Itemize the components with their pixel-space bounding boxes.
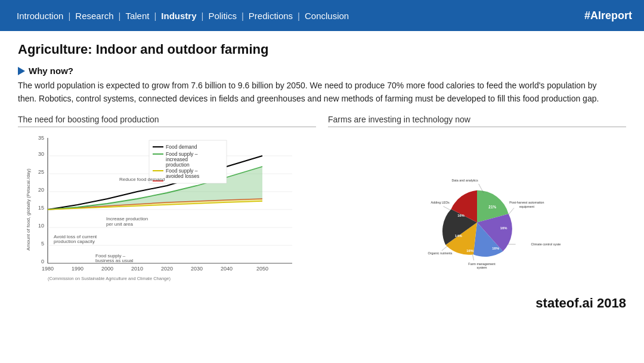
svg-text:Data and analytics: Data and analytics <box>451 179 478 182</box>
svg-line-62 <box>442 245 449 251</box>
svg-text:2010: 2010 <box>131 266 143 272</box>
svg-line-64 <box>443 207 450 210</box>
svg-text:Farm management: Farm management <box>468 262 496 266</box>
svg-text:5: 5 <box>41 241 44 247</box>
svg-text:2000: 2000 <box>101 266 113 272</box>
svg-text:16%: 16% <box>457 214 465 217</box>
svg-text:system: system <box>477 266 488 269</box>
svg-text:2030: 2030 <box>191 266 203 272</box>
svg-text:production capacity: production capacity <box>54 239 95 244</box>
svg-text:(Commission on Sustainable Agr: (Commission on Sustainable Agriculture a… <box>48 276 171 281</box>
line-chart-svg: 0 5 10 15 20 25 30 35 Amount of food, gl… <box>18 132 304 284</box>
why-now-header: Why now? <box>18 66 626 76</box>
why-now-section: Why now? The world population is expecte… <box>18 66 626 105</box>
why-now-label: Why now? <box>29 66 73 76</box>
pie-chart-title: Farms are investing in technology now <box>328 115 626 127</box>
main-content: Agriculture: Indoor and outdoor farming … <box>0 31 644 293</box>
triangle-icon <box>18 67 25 75</box>
svg-text:Reduce food demand: Reduce food demand <box>119 177 165 182</box>
svg-text:Organic nutrients: Organic nutrients <box>428 252 453 256</box>
nav-item-politics[interactable]: Politics <box>203 11 242 21</box>
svg-text:1980: 1980 <box>42 266 54 272</box>
svg-text:equipment: equipment <box>519 205 535 208</box>
svg-text:25: 25 <box>38 169 44 175</box>
svg-text:production: production <box>166 162 190 168</box>
svg-text:10: 10 <box>38 223 44 229</box>
svg-text:35: 35 <box>38 135 44 141</box>
svg-text:1990: 1990 <box>72 266 83 272</box>
svg-text:Climate control system: Climate control system <box>531 243 561 247</box>
svg-text:avoided losses: avoided losses <box>166 173 199 179</box>
svg-text:Amount of food, globally (Peta: Amount of food, globally (Petacal./day) <box>26 168 31 251</box>
svg-text:2020: 2020 <box>161 266 173 272</box>
svg-text:business as usual: business as usual <box>95 258 134 263</box>
line-chart-container: The need for boosting food production 0 … <box>18 115 316 287</box>
page-title: Agriculture: Indoor and outdoor farming <box>18 42 626 57</box>
svg-text:Increase production: Increase production <box>106 216 148 222</box>
pie-chart-container: Farms are investing in technology now <box>328 115 626 287</box>
svg-text:18%: 18% <box>492 247 500 251</box>
pie-chart-area: 21% 16% 18% 16% 14% 16% Data and analyti… <box>328 132 626 287</box>
nav-item-industry[interactable]: Industry <box>156 11 201 21</box>
svg-text:2040: 2040 <box>221 266 233 272</box>
hashtag: #AIreport <box>584 10 632 22</box>
footer-brand: stateof.ai 2018 <box>535 296 626 311</box>
nav-bar: Introduction | Research | Talent | Indus… <box>0 0 644 31</box>
line-chart-area: 0 5 10 15 20 25 30 35 Amount of food, gl… <box>18 132 316 287</box>
svg-text:2050: 2050 <box>256 266 268 272</box>
nav-item-research[interactable]: Research <box>70 11 118 21</box>
pie-chart-svg: 21% 16% 18% 16% 14% 16% Data and analyti… <box>394 132 561 287</box>
svg-text:Adding LEDs: Adding LEDs <box>431 201 450 205</box>
svg-text:16%: 16% <box>466 249 474 253</box>
svg-text:Food demand: Food demand <box>166 144 197 150</box>
svg-text:20: 20 <box>38 187 44 193</box>
svg-line-59 <box>472 255 473 261</box>
line-chart-title: The need for boosting food production <box>18 115 316 127</box>
footer: stateof.ai 2018 <box>0 293 644 311</box>
nav-item-predictions[interactable]: Predictions <box>244 11 298 21</box>
svg-text:per unit area: per unit area <box>106 222 133 227</box>
svg-line-54 <box>508 208 514 216</box>
svg-text:30: 30 <box>38 151 44 157</box>
svg-text:14%: 14% <box>455 234 463 238</box>
nav-item-talent[interactable]: Talent <box>120 11 154 21</box>
nav-item-introduction[interactable]: Introduction <box>12 11 68 21</box>
why-now-text: The world population is expected to grow… <box>18 79 602 105</box>
svg-text:15: 15 <box>38 205 44 211</box>
svg-text:21%: 21% <box>488 205 496 209</box>
svg-text:Post-harvest automation: Post-harvest automation <box>509 201 544 205</box>
nav-links: Introduction | Research | Talent | Indus… <box>12 11 354 21</box>
nav-item-conclusion[interactable]: Conclusion <box>300 11 354 21</box>
charts-section: The need for boosting food production 0 … <box>18 115 626 287</box>
svg-text:16%: 16% <box>500 227 508 230</box>
svg-text:0: 0 <box>41 259 44 264</box>
